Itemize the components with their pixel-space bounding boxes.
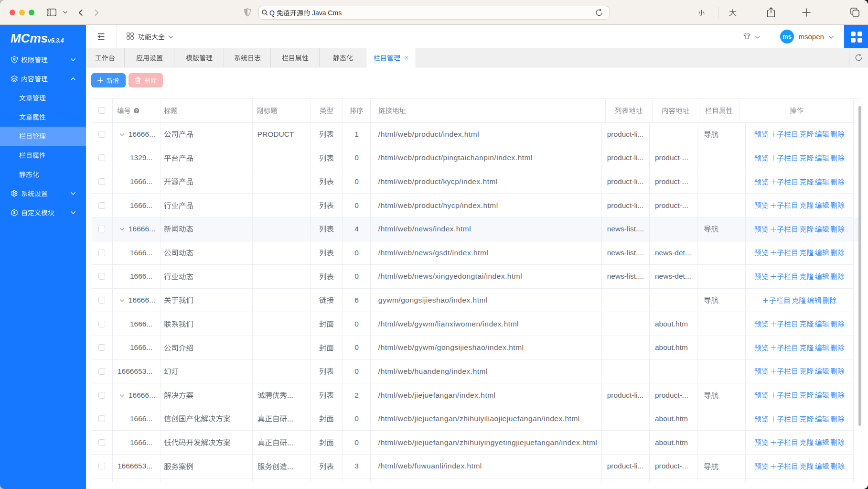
svg-text:?: ? — [135, 108, 138, 113]
